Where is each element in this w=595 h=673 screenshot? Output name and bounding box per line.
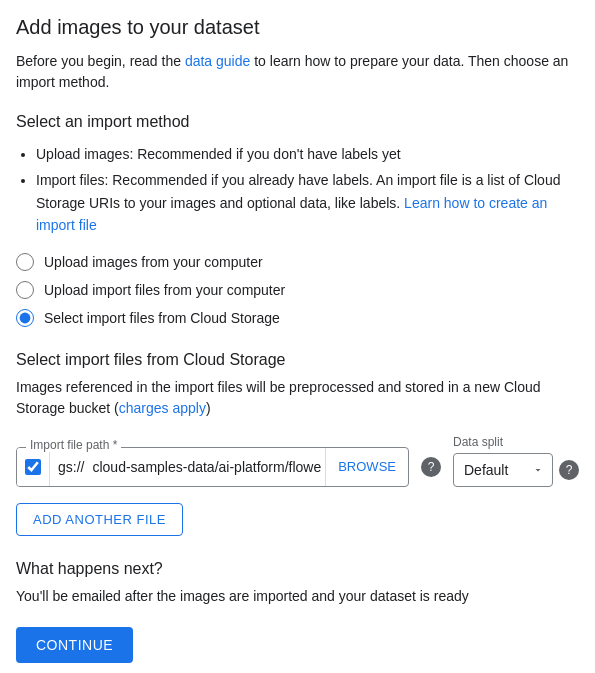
file-path-help-icon[interactable]: ? — [421, 457, 441, 477]
radio-cloud-storage-label: Select import files from Cloud Storage — [44, 310, 280, 326]
import-form-row: Import file path * gs:// BROWSE ? Data s… — [16, 435, 579, 487]
import-method-radio-group: Upload images from your computer Upload … — [16, 253, 579, 327]
radio-upload-images[interactable]: Upload images from your computer — [16, 253, 579, 271]
data-split-container: Data split Default Manual Random ? — [453, 435, 579, 487]
cloud-storage-desc: Images referenced in the import files wi… — [16, 377, 579, 419]
radio-upload-images-label: Upload images from your computer — [44, 254, 263, 270]
what-next-title: What happens next? — [16, 560, 579, 578]
import-method-bullets: Upload images: Recommended if you don't … — [36, 143, 579, 237]
radio-upload-import-files-label: Upload import files from your computer — [44, 282, 285, 298]
file-path-input-wrapper: gs:// BROWSE — [16, 447, 409, 487]
radio-cloud-storage-input[interactable] — [16, 309, 34, 327]
radio-upload-import-files[interactable]: Upload import files from your computer — [16, 281, 579, 299]
radio-upload-images-input[interactable] — [16, 253, 34, 271]
data-split-select-wrapper: Default Manual Random ? — [453, 453, 579, 487]
radio-upload-import-files-input[interactable] — [16, 281, 34, 299]
bullet-upload-images: Upload images: Recommended if you don't … — [36, 143, 579, 165]
add-another-file-button[interactable]: ADD ANOTHER FILE — [16, 503, 183, 536]
data-guide-link[interactable]: data guide — [185, 53, 250, 69]
intro-text: Before you begin, read the data guide to… — [16, 51, 579, 93]
what-next-desc: You'll be emailed after the images are i… — [16, 586, 579, 607]
file-path-checkbox[interactable] — [25, 459, 41, 475]
file-path-checkbox-area — [17, 448, 50, 486]
cloud-storage-section-title: Select import files from Cloud Storage — [16, 351, 579, 369]
file-path-container: Import file path * gs:// BROWSE — [16, 447, 409, 487]
browse-button[interactable]: BROWSE — [325, 448, 408, 486]
data-split-help-icon[interactable]: ? — [559, 460, 579, 480]
data-split-select[interactable]: Default Manual Random — [453, 453, 553, 487]
continue-button[interactable]: CONTINUE — [16, 627, 133, 663]
bullet-import-files: Import files: Recommended if you already… — [36, 169, 579, 236]
radio-cloud-storage[interactable]: Select import files from Cloud Storage — [16, 309, 579, 327]
charges-apply-link[interactable]: charges apply — [119, 400, 206, 416]
page-title: Add images to your dataset — [16, 16, 579, 39]
file-path-input[interactable] — [88, 459, 325, 475]
gs-prefix-label: gs:// — [50, 459, 88, 475]
file-path-label: Import file path * — [26, 438, 121, 452]
select-method-title: Select an import method — [16, 113, 579, 131]
data-split-label: Data split — [453, 435, 579, 449]
